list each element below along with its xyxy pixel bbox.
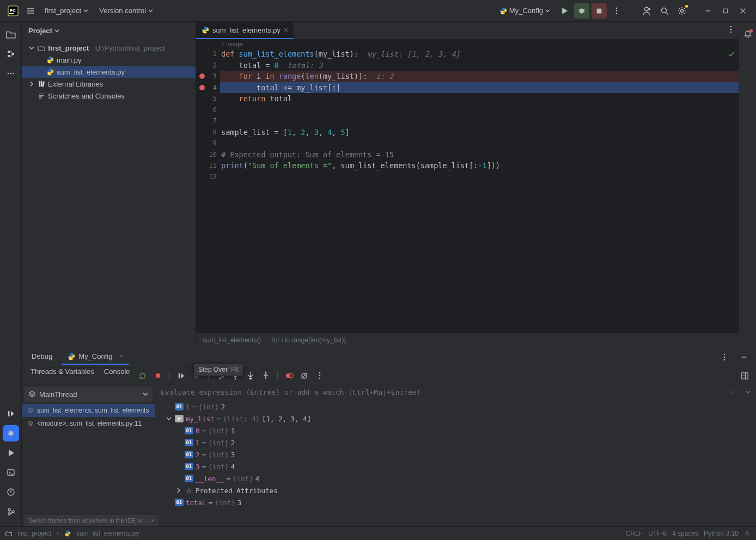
- right-tool-rail: [739, 22, 756, 347]
- debug-toolbar: Threads & Variables Console: [22, 367, 756, 384]
- usage-hint[interactable]: 1 usage: [196, 40, 739, 48]
- python-icon: [64, 530, 71, 537]
- editor-tabs: sum_list_elements.py×: [196, 22, 739, 40]
- variable-row[interactable]: 01 0 = {int} 1: [155, 425, 756, 437]
- project-tree[interactable]: first_project U:\Python\first_project ma…: [22, 40, 196, 347]
- project-tool-button[interactable]: [3, 26, 19, 42]
- svg-rect-37: [9, 13, 14, 14]
- line-separator[interactable]: CRLF: [626, 530, 643, 537]
- evaluate-input[interactable]: Evaluate expression (Entrée) or add a wa…: [155, 384, 756, 400]
- breakpoint-icon[interactable]: [199, 73, 205, 79]
- close-window-button[interactable]: [735, 3, 751, 19]
- debug-button[interactable]: [574, 3, 589, 19]
- frames-hint[interactable]: Switch frames from anywhere in the IDE w…: [25, 515, 159, 526]
- variables-panel: Evaluate expression (Entrée) or add a wa…: [155, 384, 756, 526]
- code-with-me-button[interactable]: [639, 3, 655, 19]
- left-tool-rail: [0, 22, 22, 526]
- inspection-ok-icon[interactable]: [728, 51, 735, 58]
- layout-button[interactable]: [737, 369, 752, 383]
- breakpoint-icon[interactable]: [199, 85, 205, 90]
- stop-button[interactable]: [592, 3, 607, 19]
- variable-row[interactable]: 01 __len__ = {int} 4: [155, 472, 756, 484]
- tree-file-sum-list[interactable]: sum_list_elements.py: [22, 66, 196, 78]
- editor-more-button[interactable]: [723, 22, 739, 37]
- close-icon[interactable]: ×: [119, 352, 123, 360]
- editor: sum_list_elements.py× 1 usage 1234567891…: [196, 22, 739, 347]
- minimize-window-button[interactable]: [700, 3, 716, 19]
- search-everywhere-button[interactable]: [657, 3, 672, 19]
- mute-breakpoints-button[interactable]: [297, 369, 312, 383]
- frames-panel: MainThread sum_list_elements, sum_list_e…: [22, 384, 155, 526]
- variable-row[interactable]: 01 total = {int} 3: [155, 496, 756, 508]
- services-tool-button[interactable]: [3, 406, 19, 422]
- threads-vars-tab[interactable]: Threads & Variables: [26, 367, 99, 384]
- module-icon: [5, 530, 12, 537]
- run-more-button[interactable]: [609, 3, 624, 19]
- status-breadcrumb[interactable]: sum_list_elements.py: [76, 530, 139, 537]
- title-bar: PC first_project Version control My_Conf…: [0, 0, 756, 22]
- editor-tab[interactable]: sum_list_elements.py×: [196, 22, 294, 39]
- variable-row[interactable]: 01 i = {int} 2: [155, 401, 756, 413]
- add-watch-icon[interactable]: ＋: [729, 387, 736, 397]
- close-icon[interactable]: ×: [284, 26, 288, 34]
- chevron-down-icon[interactable]: [745, 389, 751, 395]
- svg-text:PC: PC: [10, 8, 16, 13]
- run-button[interactable]: [557, 3, 572, 19]
- problems-tool-button[interactable]: [3, 484, 19, 500]
- run-tool-button[interactable]: [3, 445, 19, 461]
- debug-session-tab[interactable]: My_Config×: [62, 349, 129, 365]
- view-breakpoints-button[interactable]: [282, 369, 296, 383]
- variable-row[interactable]: 01 1 = {int} 2: [155, 437, 756, 449]
- frame-row[interactable]: sum_list_elements, sum_list_elements: [22, 404, 155, 417]
- variable-row[interactable]: Protected Attributes: [155, 484, 756, 496]
- close-icon[interactable]: ×: [151, 517, 154, 524]
- terminal-tool-button[interactable]: [3, 464, 19, 481]
- resume-button[interactable]: [174, 369, 188, 383]
- readonly-toggle[interactable]: [744, 530, 751, 537]
- vcs-tool-button[interactable]: [3, 504, 19, 520]
- debug-hide-button[interactable]: [736, 349, 752, 365]
- tooltip: Step OverF8: [193, 363, 243, 376]
- python-interpreter[interactable]: Python 3.10: [704, 530, 739, 537]
- tree-file-main[interactable]: main.py: [22, 54, 196, 66]
- tree-external-libraries[interactable]: External Libraries: [22, 78, 196, 90]
- code-area[interactable]: 123456789101112 def sum_list_elements(my…: [196, 48, 739, 333]
- debug-tools-more[interactable]: [313, 369, 327, 383]
- step-into-my-button[interactable]: [243, 369, 258, 383]
- breadcrumbs[interactable]: sum_list_elements()›for i in range(len(m…: [196, 333, 739, 347]
- structure-tool-button[interactable]: [3, 46, 19, 62]
- more-tools-button[interactable]: [3, 65, 19, 82]
- notifications-button[interactable]: [740, 26, 756, 42]
- tree-root[interactable]: first_project U:\Python\first_project: [22, 42, 196, 54]
- debug-panel-label[interactable]: Debug: [26, 349, 58, 365]
- frame-row[interactable]: <module>, sum_list_elements.py:11: [22, 417, 155, 430]
- variable-row[interactable]: 01 3 = {int} 4: [155, 461, 756, 472]
- main-menu-button[interactable]: [23, 3, 38, 19]
- stop-debug-button[interactable]: [151, 369, 165, 383]
- debug-panel: Debug My_Config× Threads & Variables Con…: [22, 347, 756, 526]
- project-dropdown[interactable]: first_project: [40, 4, 93, 17]
- variable-row[interactable]: 01 2 = {int} 3: [155, 449, 756, 461]
- thread-selector[interactable]: MainThread: [24, 386, 153, 402]
- tree-scratches[interactable]: Scratches and Consoles: [22, 90, 196, 102]
- encoding[interactable]: UTF-8: [648, 530, 667, 537]
- debug-tool-button[interactable]: [3, 425, 19, 441]
- variable-row[interactable]: my_list = {list: 4} [1, 2, 3, 4]: [155, 413, 756, 425]
- app-logo: PC: [5, 3, 21, 19]
- status-breadcrumb[interactable]: first_project: [17, 530, 51, 537]
- project-panel-header[interactable]: Project: [22, 22, 196, 40]
- vcs-dropdown[interactable]: Version control: [95, 4, 157, 17]
- rerun-button[interactable]: [136, 369, 150, 383]
- settings-button[interactable]: [674, 3, 690, 19]
- step-out-button[interactable]: [259, 369, 273, 383]
- run-config-dropdown[interactable]: My_Config: [495, 4, 554, 17]
- maximize-window-button[interactable]: [718, 3, 733, 19]
- project-panel: Project first_project U:\Python\first_pr…: [22, 22, 196, 347]
- indent[interactable]: 4 spaces: [672, 530, 698, 537]
- console-tab[interactable]: Console: [100, 367, 135, 384]
- status-bar: first_project › sum_list_elements.py CRL…: [0, 526, 756, 540]
- debug-more-button[interactable]: [717, 349, 732, 365]
